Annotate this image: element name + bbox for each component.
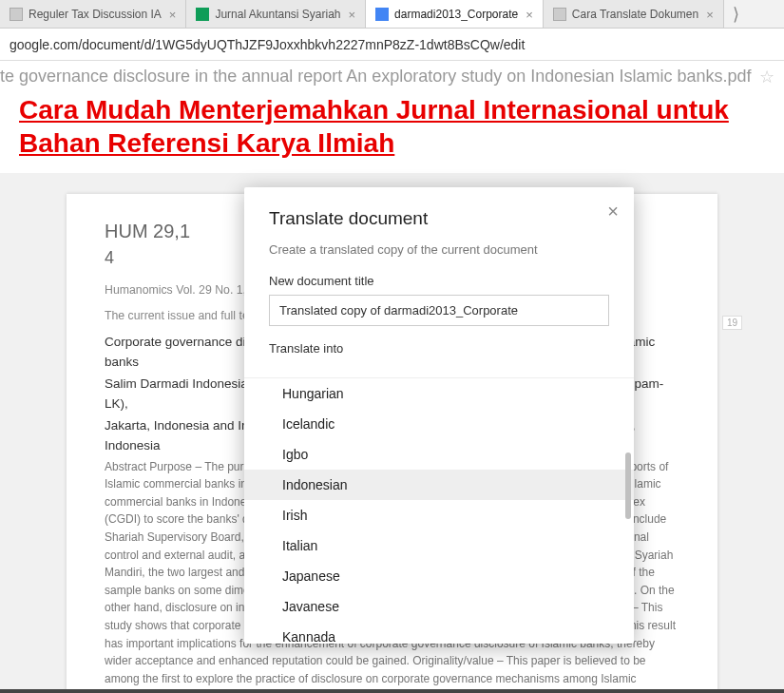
title-input[interactable]	[269, 295, 609, 326]
tab-title: Cara Translate Dokumen	[572, 8, 698, 21]
tab-favicon	[553, 8, 566, 21]
tab-favicon	[196, 8, 209, 21]
language-option[interactable]: Hungarian	[244, 378, 634, 409]
scrollbar-thumb[interactable]	[625, 452, 631, 519]
browser-tabs: Reguler Tax Discussion IA × Jurnal Akunt…	[0, 0, 784, 29]
tab-favicon	[10, 8, 23, 21]
close-icon[interactable]: ×	[706, 8, 714, 22]
language-dropdown[interactable]: Hungarian Icelandic Igbo Indonesian Iris…	[244, 377, 634, 644]
modal-subtitle: Create a translated copy of the current …	[269, 242, 609, 257]
translate-into-label: Translate into	[269, 341, 609, 356]
star-icon[interactable]: ☆	[759, 67, 774, 87]
bottom-bar	[0, 689, 784, 693]
close-icon[interactable]: ×	[607, 201, 619, 222]
new-tab-button[interactable]: ⟩	[724, 0, 749, 28]
modal-title: Translate document	[269, 208, 609, 229]
close-icon[interactable]: ×	[349, 8, 356, 22]
language-option-highlighted[interactable]: Indonesian	[244, 470, 634, 500]
url-text: google.com/document/d/1WG5dyUQThJZF9Joxx…	[10, 37, 525, 52]
overlay-headline-area: Cara Mudah Menterjemahkan Jurnal Interna…	[0, 87, 784, 173]
close-icon[interactable]: ×	[526, 8, 533, 22]
tab-3[interactable]: Cara Translate Dokumen ×	[544, 0, 724, 29]
overlay-headline: Cara Mudah Menterjemahkan Jurnal Interna…	[19, 93, 765, 160]
tab-title: darmadi2013_Corporate	[394, 8, 518, 21]
tab-2[interactable]: darmadi2013_Corporate ×	[366, 0, 544, 29]
language-option[interactable]: Italian	[244, 530, 634, 561]
doc-filename[interactable]: te governance disclosure in the annual r…	[0, 67, 751, 86]
tab-favicon	[375, 8, 389, 21]
language-option[interactable]: Japanese	[244, 561, 634, 591]
title-field-label: New document title	[269, 274, 609, 288]
url-bar[interactable]: google.com/document/d/1WG5dyUQThJZF9Joxx…	[0, 29, 784, 61]
language-option[interactable]: Javanese	[244, 591, 634, 622]
language-option[interactable]: Irish	[244, 500, 634, 530]
doc-filename-row: te governance disclosure in the annual r…	[0, 61, 784, 87]
tab-1[interactable]: Jurnal Akuntansi Syariah ×	[186, 0, 366, 29]
close-icon[interactable]: ×	[169, 8, 177, 22]
tab-title: Reguler Tax Discussion IA	[29, 8, 162, 21]
ruler-marker: 19	[722, 316, 742, 330]
language-option[interactable]: Kannada	[244, 622, 634, 644]
tab-title: Jurnal Akuntansi Syariah	[215, 8, 340, 21]
language-option[interactable]: Icelandic	[244, 409, 634, 439]
translate-modal: × Translate document Create a translated…	[244, 187, 634, 644]
tab-0[interactable]: Reguler Tax Discussion IA ×	[0, 0, 186, 29]
language-option[interactable]: Igbo	[244, 439, 634, 470]
